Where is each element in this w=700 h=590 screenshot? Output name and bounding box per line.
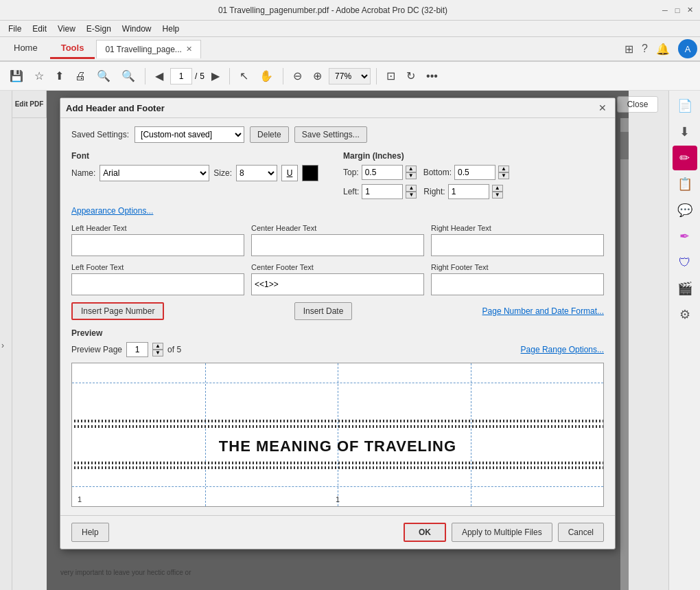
menu-edit[interactable]: Edit xyxy=(27,23,52,35)
user-avatar[interactable]: A xyxy=(678,39,697,58)
notification-icon[interactable]: 🔔 xyxy=(656,43,670,56)
menu-window[interactable]: Window xyxy=(117,23,157,35)
right-footer-cell: Right Footer Text xyxy=(431,263,604,295)
margin-right-input[interactable] xyxy=(448,184,489,199)
upload-icon[interactable]: ⬆ xyxy=(51,67,68,85)
right-sidebar: 📄 ⬇ ✏ 📋 💬 ✒ 🛡 🎬 ⚙ xyxy=(668,91,700,590)
main-area: › Edit PDF Close TH Accor...have a...it … xyxy=(0,91,700,590)
dialog-close-button[interactable]: ✕ xyxy=(596,102,609,113)
select-tool-icon[interactable]: ↖ xyxy=(235,67,253,85)
margin-section: Margin (Inches) Top: ▲ ▼ xyxy=(343,151,604,199)
fill-sign-icon[interactable]: ✒ xyxy=(673,224,697,249)
menu-bar: File Edit View E-Sign Window Help xyxy=(0,21,700,37)
margin-bottom-down[interactable]: ▼ xyxy=(498,172,509,179)
export-icon[interactable]: ⬇ xyxy=(673,120,697,144)
help-button[interactable]: Help xyxy=(71,523,109,542)
margin-right-down[interactable]: ▼ xyxy=(492,192,503,198)
save-settings-button[interactable]: Save Settings... xyxy=(294,126,367,143)
tab-file-name: 01 Travelling_page... xyxy=(105,45,181,54)
margin-bottom-input[interactable] xyxy=(454,165,495,180)
center-header-input[interactable] xyxy=(251,234,424,256)
zoom-in-text-icon[interactable]: 🔍 xyxy=(117,67,139,85)
settings-icon[interactable]: ⚙ xyxy=(673,302,697,327)
wavy-line-3 xyxy=(72,462,603,464)
ok-button[interactable]: OK xyxy=(404,523,446,542)
bookmark-icon[interactable]: ☆ xyxy=(30,67,48,85)
tab-icons: ⊞ ? 🔔 A xyxy=(625,39,697,58)
margin-left-spin: ▲ ▼ xyxy=(406,185,417,198)
margin-right-up[interactable]: ▲ xyxy=(492,185,503,192)
margin-top-up[interactable]: ▲ xyxy=(406,166,417,172)
zoom-in-btn[interactable]: ⊕ xyxy=(309,67,326,85)
menu-view[interactable]: View xyxy=(52,23,81,35)
margin-left-label: Left: xyxy=(343,187,359,196)
center-footer-input[interactable] xyxy=(251,273,424,295)
save-icon[interactable]: 💾 xyxy=(5,67,27,85)
tab-file-close[interactable]: ✕ xyxy=(186,45,192,54)
page-prev-icon[interactable]: ◀ xyxy=(151,67,167,85)
rotate-icon[interactable]: ↻ xyxy=(402,67,419,85)
page-range-link[interactable]: Page Range Options... xyxy=(521,345,604,354)
pdf-tools-icon[interactable]: 📄 xyxy=(673,93,697,118)
margin-bottom-up[interactable]: ▲ xyxy=(498,166,509,172)
tab-home[interactable]: Home xyxy=(3,38,49,59)
font-color-picker[interactable] xyxy=(302,165,318,181)
preview-page-up[interactable]: ▲ xyxy=(152,343,163,350)
comment-icon[interactable]: 💬 xyxy=(673,198,697,223)
zoom-out-icon[interactable]: 🔍 xyxy=(93,67,115,85)
print-icon[interactable]: 🖨 xyxy=(71,67,90,85)
margin-right-label: Right: xyxy=(423,187,445,196)
hand-tool-icon[interactable]: ✋ xyxy=(255,67,277,85)
left-footer-input[interactable] xyxy=(71,273,244,295)
menu-help[interactable]: Help xyxy=(157,23,185,35)
tab-file[interactable]: 01 Travelling_page... ✕ xyxy=(96,40,200,58)
right-footer-input[interactable] xyxy=(431,273,604,295)
fit-page-icon[interactable]: ⊡ xyxy=(382,67,399,85)
tab-tools[interactable]: Tools xyxy=(50,38,95,59)
organize-pages-icon[interactable]: 📋 xyxy=(673,172,697,196)
page-number-input[interactable] xyxy=(170,68,192,84)
menu-esign[interactable]: E-Sign xyxy=(81,23,117,35)
right-header-input[interactable] xyxy=(431,234,604,256)
acrobat-online-icon[interactable]: ⊞ xyxy=(625,43,633,56)
maximize-button[interactable]: □ xyxy=(673,5,682,15)
preview-footer-left: 1 xyxy=(78,495,82,503)
margin-left-input[interactable] xyxy=(362,184,403,199)
protect-icon[interactable]: 🛡 xyxy=(673,250,697,275)
zoom-select[interactable]: 77% 50% 100% 150% xyxy=(329,68,371,84)
underline-button[interactable]: U xyxy=(281,165,298,181)
center-header-label: Center Header Text xyxy=(251,224,424,232)
doc-area: TH Accor...have a...it enha... very impo… xyxy=(47,91,629,590)
page-format-link[interactable]: Page Number and Date Format... xyxy=(482,306,604,316)
preview-page-down[interactable]: ▼ xyxy=(152,350,163,356)
insert-page-number-button[interactable]: Insert Page Number xyxy=(71,302,164,320)
minimize-button[interactable]: ─ xyxy=(660,5,670,15)
margin-top-down[interactable]: ▼ xyxy=(406,172,417,179)
delete-button[interactable]: Delete xyxy=(250,126,289,143)
saved-settings-select[interactable]: [Custom-not saved] xyxy=(135,126,244,143)
right-header-cell: Right Header Text xyxy=(431,224,604,256)
edit-pdf-icon[interactable]: ✏ xyxy=(673,146,697,170)
apply-multiple-button[interactable]: Apply to Multiple Files xyxy=(452,523,552,542)
preview-page-spin: ▲ ▼ xyxy=(152,343,163,356)
page-next-icon[interactable]: ▶ xyxy=(207,67,224,85)
app-close-button[interactable]: ✕ xyxy=(685,5,695,15)
font-size-select[interactable]: 8 10 12 14 xyxy=(236,165,277,181)
font-name-select[interactable]: Arial Times New Roman Helvetica xyxy=(100,165,209,181)
separator-3 xyxy=(283,68,283,84)
appearance-options-link[interactable]: Appearance Options... xyxy=(71,206,153,216)
insert-date-button[interactable]: Insert Date xyxy=(294,302,353,320)
menu-file[interactable]: File xyxy=(3,23,27,35)
zoom-out-btn[interactable]: ⊖ xyxy=(289,67,306,85)
video-icon[interactable]: 🎬 xyxy=(673,276,697,301)
separator-2 xyxy=(229,68,230,84)
cancel-button[interactable]: Cancel xyxy=(558,523,604,542)
margin-top-input[interactable] xyxy=(362,165,403,180)
left-header-input[interactable] xyxy=(71,234,244,256)
left-sidebar[interactable]: › xyxy=(0,91,12,590)
margin-left-down[interactable]: ▼ xyxy=(406,192,417,198)
margin-left-up[interactable]: ▲ xyxy=(406,185,417,192)
more-tools-icon[interactable]: ••• xyxy=(422,67,442,85)
preview-page-input[interactable] xyxy=(126,342,148,357)
help-icon[interactable]: ? xyxy=(642,43,648,55)
